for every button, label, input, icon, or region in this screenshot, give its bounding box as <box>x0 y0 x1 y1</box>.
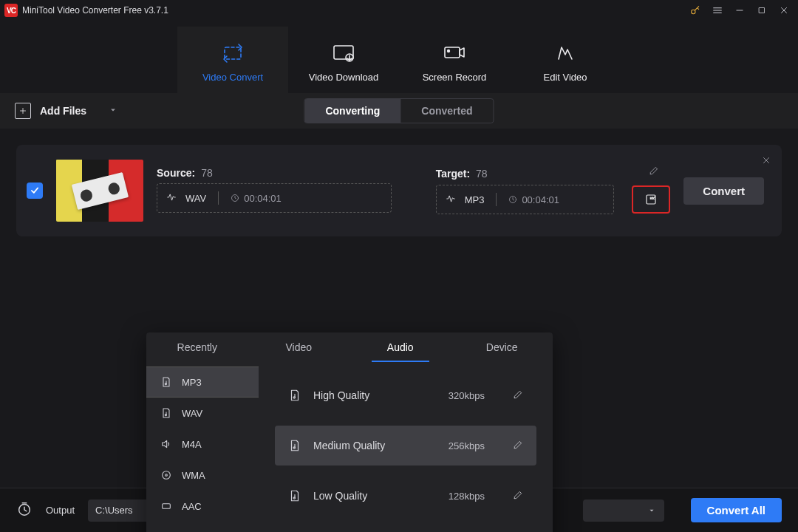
badge-icon <box>160 499 173 513</box>
chevron-down-icon[interactable] <box>109 105 117 117</box>
audio-file-icon <box>160 375 173 389</box>
svg-point-19 <box>293 447 295 449</box>
source-format: WAV <box>185 193 206 204</box>
quality-rate: 320kbps <box>449 390 485 401</box>
popover-tab-audio[interactable]: Audio <box>349 332 451 362</box>
format-item-ac3[interactable]: AC3 <box>146 522 259 532</box>
plus-icon <box>15 103 31 119</box>
rename-icon[interactable] <box>649 166 659 179</box>
audio-file-icon <box>160 406 173 420</box>
target-name: 78 <box>476 168 488 180</box>
source-label: Source: <box>157 167 195 179</box>
audio-file-icon <box>288 489 301 502</box>
svg-point-10 <box>165 383 166 385</box>
global-format-dropdown[interactable] <box>583 499 664 522</box>
edit-preset-icon[interactable] <box>513 389 523 402</box>
status-segment: Converting Converted <box>304 98 494 123</box>
download-icon <box>331 42 356 64</box>
tab-screen-record[interactable]: Screen Record <box>399 27 510 93</box>
tab-label: Edit Video <box>543 72 587 83</box>
format-item-wav[interactable]: WAV <box>146 398 259 429</box>
quality-low[interactable]: Low Quality 128kbps <box>275 476 536 516</box>
svg-rect-9 <box>647 195 655 204</box>
format-popover: Recently Video Audio Device MP3 WAV <box>146 332 553 532</box>
popover-tab-recently[interactable]: Recently <box>146 332 248 362</box>
popover-tab-device[interactable]: Device <box>451 332 553 362</box>
file-row: Source:78 WAV 00:04:01 Target:78 <box>16 145 782 236</box>
format-picker-button[interactable] <box>632 185 670 214</box>
tab-label: Video Convert <box>202 72 263 83</box>
svg-rect-5 <box>445 47 460 58</box>
add-files-label: Add Files <box>40 105 86 117</box>
svg-rect-14 <box>163 504 171 509</box>
close-icon[interactable] <box>773 2 795 18</box>
audio-file-icon <box>288 439 301 452</box>
edit-preset-icon[interactable] <box>513 440 523 452</box>
svg-point-18 <box>293 397 295 398</box>
target-label: Target: <box>436 168 470 180</box>
svg-point-12 <box>163 471 171 480</box>
wave-icon <box>166 192 177 205</box>
svg-point-13 <box>166 474 168 477</box>
format-item-mp3[interactable]: MP3 <box>146 366 259 398</box>
app-logo-icon: VC <box>4 4 18 17</box>
record-icon <box>442 42 467 64</box>
svg-rect-1 <box>760 8 765 13</box>
convert-all-button[interactable]: Convert All <box>691 498 782 522</box>
file-thumbnail <box>56 160 143 222</box>
output-label: Output <box>46 505 75 516</box>
schedule-icon[interactable] <box>16 501 33 520</box>
convert-icon <box>220 42 245 64</box>
quality-rate: 256kbps <box>449 440 485 451</box>
quality-list: High Quality 320kbps Medium Quality 256k… <box>259 362 553 532</box>
wave-icon <box>446 194 456 206</box>
popover-tabs: Recently Video Audio Device <box>146 332 553 362</box>
quality-medium[interactable]: Medium Quality 256kbps <box>275 426 536 466</box>
titlebar: VC MiniTool Video Converter Free v3.7.1 <box>0 0 798 21</box>
svg-point-20 <box>293 497 295 499</box>
app-title: MiniTool Video Converter Free v3.7.1 <box>22 5 168 16</box>
tab-video-convert[interactable]: Video Convert <box>177 27 288 93</box>
target-duration: 00:04:01 <box>508 194 559 205</box>
tab-label: Screen Record <box>423 72 487 83</box>
maximize-icon[interactable] <box>751 2 773 18</box>
menu-icon[interactable] <box>706 2 729 18</box>
source-info: WAV 00:04:01 <box>157 183 392 213</box>
minimize-icon[interactable] <box>729 2 751 18</box>
disc-icon <box>160 468 173 482</box>
audio-file-icon <box>288 389 301 402</box>
add-files-button[interactable]: Add Files <box>15 103 117 119</box>
source-column: Source:78 WAV 00:04:01 <box>157 167 392 214</box>
action-toolbar: Add Files Converting Converted <box>0 93 798 129</box>
app-window: VC MiniTool Video Converter Free v3.7.1 … <box>0 0 798 532</box>
format-item-aac[interactable]: AAC <box>146 491 259 522</box>
target-format: MP3 <box>465 194 485 205</box>
row-checkbox[interactable] <box>27 183 43 199</box>
remove-row-icon[interactable] <box>761 155 771 168</box>
key-icon[interactable] <box>684 2 706 18</box>
quality-high[interactable]: High Quality 320kbps <box>275 375 536 415</box>
seg-converted[interactable]: Converted <box>400 99 493 123</box>
speaker-icon <box>160 437 173 451</box>
source-duration: 00:04:01 <box>231 193 282 204</box>
target-info: MP3 00:04:01 <box>436 185 615 214</box>
target-column: Target:78 MP3 00:04:01 <box>436 167 671 214</box>
svg-rect-3 <box>334 46 353 59</box>
tab-label: Video Download <box>309 72 378 83</box>
edit-preset-icon[interactable] <box>513 490 523 502</box>
format-item-wma[interactable]: WMA <box>146 460 259 491</box>
format-item-m4a[interactable]: M4A <box>146 429 259 460</box>
edit-icon <box>554 42 576 64</box>
tab-video-download[interactable]: Video Download <box>288 27 399 93</box>
svg-point-6 <box>448 50 450 52</box>
seg-converting[interactable]: Converting <box>304 99 400 123</box>
svg-rect-2 <box>225 47 241 59</box>
format-list[interactable]: MP3 WAV M4A WMA <box>146 362 259 532</box>
tab-edit-video[interactable]: Edit Video <box>510 27 621 93</box>
chevron-down-icon <box>648 507 655 514</box>
source-name: 78 <box>201 167 213 179</box>
svg-point-11 <box>165 415 166 416</box>
convert-button[interactable]: Convert <box>683 177 764 205</box>
main-tabs: Video Convert Video Download Screen Reco… <box>0 21 798 93</box>
popover-tab-video[interactable]: Video <box>248 332 350 362</box>
